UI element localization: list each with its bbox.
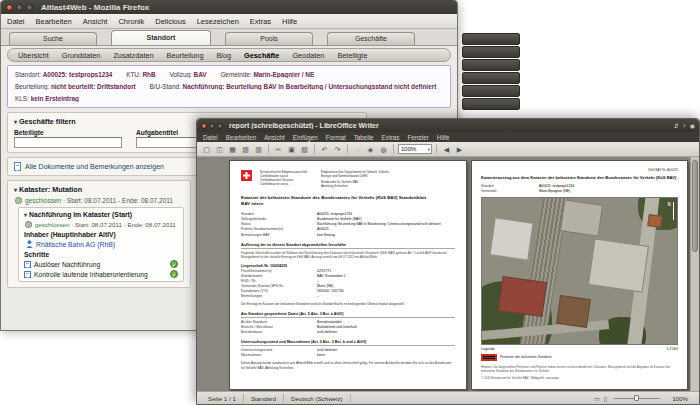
ktu-label: KTU: [126,71,141,78]
new-document-icon[interactable]: ▢ [201,144,212,155]
save-icon[interactable]: ▦ [227,144,238,155]
section-title: Auflistung der zu diesem Standort abgewi… [241,243,455,249]
minimize-window-icon[interactable] [209,123,215,129]
firefox-titlebar[interactable]: Altlast4Web - Mozilla Firefox [1,0,457,14]
inhaber-link[interactable]: Rhätische Bahn AG (RhB) [36,241,115,248]
writer-menu-tabelle[interactable]: Tabelle [354,134,374,141]
beteiligte-input[interactable] [14,137,122,148]
zoom-slider[interactable] [614,398,660,399]
shaded-window-bar[interactable] [462,46,520,58]
department-line: Abteilung Sicherheit [321,184,390,188]
perimeter-swatch-icon [481,354,497,361]
tab-standort[interactable]: Standort [111,30,211,45]
close-window-icon[interactable] [6,4,13,11]
step-ausloeser-label[interactable]: Auslöser Nachführung [34,261,100,268]
indicator-network-icon[interactable]: ⇵ [674,122,679,129]
menu-item-hilfe[interactable]: Hilfe [282,17,297,26]
standort-status-box: Standort: A00025: testprops1234 KTU: RhB… [7,65,451,108]
subnav-beteiligte[interactable]: Beteiligte [337,51,367,60]
status-line-3: KLS: kein Ersteintrag [15,95,443,102]
scrollbar-thumb[interactable] [692,160,698,252]
subnav-geschaefte[interactable]: Geschäfte [244,51,279,60]
vertical-scrollbar[interactable] [690,157,699,391]
zoom-percentage[interactable]: 100% [665,394,695,403]
collapse-icon[interactable]: ▾ [24,212,27,218]
cut-icon[interactable]: ✂ [273,144,284,155]
tab-suche[interactable]: Suche [9,32,97,45]
copy-icon[interactable]: ▣ [286,144,297,155]
menu-item-lesezeichen[interactable]: Lesezeichen [197,17,239,26]
minimize-window-icon[interactable] [16,4,23,11]
shaded-window-stack[interactable] [462,33,520,111]
menu-item-extras[interactable]: Extras [250,17,271,26]
field-value: 563'000 / 205'700 [317,289,344,294]
shaded-window-bar[interactable] [462,59,520,71]
building-roof [556,295,591,328]
kataster-box-title[interactable]: ▾Kataster: Mutation [14,185,184,194]
single-page-view-icon[interactable]: ▭ [592,395,602,402]
zoom-combobox[interactable]: 100%▾ [398,144,432,154]
writer-menu-format[interactable]: Format [326,134,346,141]
tab-geschaefte[interactable]: Geschäfte [327,32,415,45]
field-label: Bemerkungen BAV [241,233,317,238]
menu-item-delicious[interactable]: Delicious [155,17,185,26]
task-icon [24,261,31,268]
subnav-blog[interactable]: Blog [216,51,231,60]
book-view-icon[interactable]: ▯ [602,395,609,402]
redo-icon[interactable]: ↷ [332,144,343,155]
menu-item-ansicht[interactable]: Ansicht [83,17,108,26]
writer-menu-einfuegen[interactable]: Einfügen [293,134,318,141]
maximize-window-icon[interactable] [217,123,223,129]
subnav-grunddaten[interactable]: Grunddaten [62,51,101,60]
writer-menu-ansicht[interactable]: Ansicht [264,134,285,141]
paste-icon[interactable]: ▧ [299,144,310,155]
tab-pools[interactable]: Pools [225,32,313,45]
page-indicator[interactable]: Seite 1 / 1 [201,394,244,403]
writer-menu-bearbeiten[interactable]: Bearbeiten [226,134,256,141]
all-documents-link[interactable]: Alle Dokumente und Bemerkungen anzeigen [25,163,164,170]
indicator-power-icon[interactable]: ◉ [690,122,695,129]
writer-window: report (schreibgeschützt) - LibreOffice … [196,118,700,405]
nachfuehrung-title[interactable]: ▾Nachführung im Kataster (Start) [24,211,178,218]
field-value: BAV Teststandort 1 [317,274,346,279]
export-pdf-icon[interactable]: ▨ [240,144,251,155]
subnav-geodaten[interactable]: Geodaten [292,51,324,60]
section-title: Untersuchungsstand und Massnahmen (Art. … [241,340,455,346]
indicator-volume-icon[interactable]: ♪ [683,122,686,129]
find-icon[interactable]: ◌ [352,144,363,155]
maximize-window-icon[interactable] [26,4,33,11]
shaded-window-bar[interactable] [462,72,520,84]
subnav-uebersicht[interactable]: Übersicht [18,51,49,60]
writer-titlebar[interactable]: report (schreibgeschützt) - LibreOffice … [197,119,699,132]
shaded-window-bar[interactable] [462,85,520,97]
menu-item-chronik[interactable]: Chronik [118,17,144,26]
menu-item-datei[interactable]: Datei [7,17,25,26]
vollzug-label: Vollzug: [169,71,191,78]
print-icon[interactable]: ▥ [253,144,264,155]
previous-page-icon[interactable]: ◀ [441,144,452,155]
gemeinde-value: Marin-Epagnier / NE [253,71,314,78]
undo-icon[interactable]: ↶ [319,144,330,155]
subnav-beurteilung[interactable]: Beurteilung [167,51,204,60]
gallery-icon[interactable]: ◍ [378,144,389,155]
menu-item-bearbeiten[interactable]: Bearbeiten [36,17,72,26]
navigator-icon[interactable]: ◈ [365,144,376,155]
writer-menu-hilfe[interactable]: Hilfe [437,134,450,141]
zoom-slider-knob[interactable] [634,395,639,401]
shaded-window-bar[interactable] [462,98,520,110]
report-fields-2: Parzellennummer(n)029/1771 StandortnameB… [241,269,455,300]
shaded-window-bar[interactable] [462,33,520,45]
writer-menu-fenster[interactable]: Fenster [407,134,428,141]
page-style-indicator[interactable]: Standard [244,394,284,403]
next-page-icon[interactable]: ▶ [454,144,465,155]
subnav-zusatzdaten[interactable]: Zusatzdaten [113,51,153,60]
collapse-icon[interactable]: ▾ [14,187,17,193]
open-icon[interactable]: ◫ [214,144,225,155]
collapse-icon[interactable]: ▾ [14,119,17,125]
language-indicator[interactable]: Deutsch (Schweiz) [284,394,351,403]
close-window-icon[interactable] [201,123,207,129]
step-kontrolle-label[interactable]: Kontrolle laufende Inhaberorientierung [34,271,148,278]
subnav-bar: Übersicht Grunddaten Zusatzdaten Beurtei… [7,48,451,62]
writer-menu-datei[interactable]: Datei [203,134,218,141]
writer-menu-extras[interactable]: Extras [382,134,400,141]
